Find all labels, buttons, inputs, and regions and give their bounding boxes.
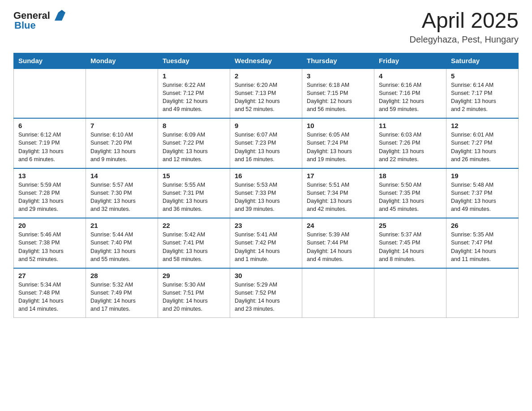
calendar-cell: 3Sunrise: 6:18 AM Sunset: 7:15 PM Daylig…: [302, 68, 374, 119]
calendar-cell: 27Sunrise: 5:34 AM Sunset: 7:48 PM Dayli…: [14, 268, 86, 318]
day-number: 10: [307, 122, 369, 129]
day-number: 21: [90, 222, 153, 229]
calendar-cell: 4Sunrise: 6:16 AM Sunset: 7:16 PM Daylig…: [374, 68, 446, 119]
calendar-cell: [302, 268, 374, 318]
day-info: Sunrise: 6:12 AM Sunset: 7:19 PM Dayligh…: [18, 131, 81, 163]
day-number: 11: [379, 122, 442, 129]
calendar-cell: 23Sunrise: 5:41 AM Sunset: 7:42 PM Dayli…: [230, 218, 302, 268]
day-number: 17: [307, 172, 369, 180]
calendar-week-row: 13Sunrise: 5:59 AM Sunset: 7:28 PM Dayli…: [14, 168, 519, 218]
weekday-header-sunday: Sunday: [14, 53, 86, 68]
calendar-cell: 2Sunrise: 6:20 AM Sunset: 7:13 PM Daylig…: [230, 68, 302, 119]
day-number: 5: [451, 72, 514, 80]
weekday-header-friday: Friday: [374, 53, 446, 68]
day-info: Sunrise: 6:22 AM Sunset: 7:12 PM Dayligh…: [163, 81, 225, 114]
day-info: Sunrise: 6:16 AM Sunset: 7:16 PM Dayligh…: [379, 81, 442, 114]
calendar-cell: 8Sunrise: 6:09 AM Sunset: 7:22 PM Daylig…: [158, 118, 230, 168]
title-block: April 2025 Delegyhaza, Pest, Hungary: [410, 9, 519, 45]
day-number: 23: [235, 222, 297, 229]
day-info: Sunrise: 6:03 AM Sunset: 7:26 PM Dayligh…: [379, 131, 442, 163]
calendar-cell: 30Sunrise: 5:29 AM Sunset: 7:52 PM Dayli…: [230, 268, 302, 318]
calendar-cell: 10Sunrise: 6:05 AM Sunset: 7:24 PM Dayli…: [302, 118, 374, 168]
day-info: Sunrise: 5:55 AM Sunset: 7:31 PM Dayligh…: [163, 181, 225, 214]
day-info: Sunrise: 5:34 AM Sunset: 7:48 PM Dayligh…: [18, 281, 81, 313]
calendar-cell: 12Sunrise: 6:01 AM Sunset: 7:27 PM Dayli…: [446, 118, 519, 168]
calendar-cell: 25Sunrise: 5:37 AM Sunset: 7:45 PM Dayli…: [374, 218, 446, 268]
page-header: General Blue April 2025 Delegyhaza, Pest…: [13, 9, 519, 45]
day-number: 7: [90, 122, 153, 129]
day-info: Sunrise: 5:30 AM Sunset: 7:51 PM Dayligh…: [163, 281, 225, 313]
calendar-cell: 6Sunrise: 6:12 AM Sunset: 7:19 PM Daylig…: [14, 118, 86, 168]
svg-marker-0: [55, 13, 65, 21]
day-number: 25: [379, 222, 442, 229]
calendar-cell: 26Sunrise: 5:35 AM Sunset: 7:47 PM Dayli…: [446, 218, 519, 268]
day-number: 3: [307, 72, 369, 80]
location-title: Delegyhaza, Pest, Hungary: [410, 34, 519, 45]
calendar-week-row: 1Sunrise: 6:22 AM Sunset: 7:12 PM Daylig…: [14, 68, 519, 119]
day-number: 1: [163, 72, 225, 80]
day-info: Sunrise: 6:10 AM Sunset: 7:20 PM Dayligh…: [90, 131, 153, 163]
day-number: 12: [451, 122, 514, 129]
day-info: Sunrise: 5:57 AM Sunset: 7:30 PM Dayligh…: [90, 181, 153, 214]
calendar-cell: 19Sunrise: 5:48 AM Sunset: 7:37 PM Dayli…: [446, 168, 519, 218]
calendar-week-row: 27Sunrise: 5:34 AM Sunset: 7:48 PM Dayli…: [14, 268, 519, 318]
calendar-body: 1Sunrise: 6:22 AM Sunset: 7:12 PM Daylig…: [14, 68, 519, 318]
weekday-header-saturday: Saturday: [446, 53, 519, 68]
day-info: Sunrise: 6:05 AM Sunset: 7:24 PM Dayligh…: [307, 131, 369, 163]
day-info: Sunrise: 5:51 AM Sunset: 7:34 PM Dayligh…: [307, 181, 369, 214]
day-number: 2: [235, 72, 297, 80]
day-number: 26: [451, 222, 514, 229]
calendar-cell: 11Sunrise: 6:03 AM Sunset: 7:26 PM Dayli…: [374, 118, 446, 168]
calendar-header: SundayMondayTuesdayWednesdayThursdayFrid…: [14, 53, 519, 68]
calendar-cell: 28Sunrise: 5:32 AM Sunset: 7:49 PM Dayli…: [86, 268, 158, 318]
calendar-cell: 22Sunrise: 5:42 AM Sunset: 7:41 PM Dayli…: [158, 218, 230, 268]
day-number: 4: [379, 72, 442, 80]
day-info: Sunrise: 6:20 AM Sunset: 7:13 PM Dayligh…: [235, 81, 297, 114]
day-info: Sunrise: 6:07 AM Sunset: 7:23 PM Dayligh…: [235, 131, 297, 163]
day-info: Sunrise: 5:46 AM Sunset: 7:38 PM Dayligh…: [18, 231, 81, 263]
calendar-cell: 7Sunrise: 6:10 AM Sunset: 7:20 PM Daylig…: [86, 118, 158, 168]
month-title: April 2025: [410, 9, 519, 33]
weekday-header-thursday: Thursday: [302, 53, 374, 68]
day-info: Sunrise: 5:42 AM Sunset: 7:41 PM Dayligh…: [163, 231, 225, 263]
calendar-cell: 1Sunrise: 6:22 AM Sunset: 7:12 PM Daylig…: [158, 68, 230, 119]
calendar-cell: 29Sunrise: 5:30 AM Sunset: 7:51 PM Dayli…: [158, 268, 230, 318]
day-info: Sunrise: 5:37 AM Sunset: 7:45 PM Dayligh…: [379, 231, 442, 263]
logo-blue-text: Blue: [14, 20, 36, 31]
day-number: 19: [451, 172, 514, 180]
calendar-cell: 16Sunrise: 5:53 AM Sunset: 7:33 PM Dayli…: [230, 168, 302, 218]
day-number: 24: [307, 222, 369, 229]
day-number: 27: [18, 272, 81, 279]
calendar-cell: 5Sunrise: 6:14 AM Sunset: 7:17 PM Daylig…: [446, 68, 519, 119]
day-number: 6: [18, 122, 81, 129]
day-info: Sunrise: 5:44 AM Sunset: 7:40 PM Dayligh…: [90, 231, 153, 263]
day-info: Sunrise: 5:32 AM Sunset: 7:49 PM Dayligh…: [90, 281, 153, 313]
weekday-header-monday: Monday: [86, 53, 158, 68]
calendar-week-row: 20Sunrise: 5:46 AM Sunset: 7:38 PM Dayli…: [14, 218, 519, 268]
svg-marker-1: [58, 10, 65, 13]
day-info: Sunrise: 5:53 AM Sunset: 7:33 PM Dayligh…: [235, 181, 297, 214]
calendar-cell: 24Sunrise: 5:39 AM Sunset: 7:44 PM Dayli…: [302, 218, 374, 268]
calendar-cell: [446, 268, 519, 318]
calendar-cell: [14, 68, 86, 119]
day-number: 28: [90, 272, 153, 279]
calendar-table: SundayMondayTuesdayWednesdayThursdayFrid…: [13, 53, 519, 318]
logo-icon: [51, 8, 65, 22]
day-info: Sunrise: 6:09 AM Sunset: 7:22 PM Dayligh…: [163, 131, 225, 163]
calendar-cell: 9Sunrise: 6:07 AM Sunset: 7:23 PM Daylig…: [230, 118, 302, 168]
day-info: Sunrise: 6:14 AM Sunset: 7:17 PM Dayligh…: [451, 81, 514, 114]
weekday-header-wednesday: Wednesday: [230, 53, 302, 68]
day-number: 9: [235, 122, 297, 129]
day-info: Sunrise: 5:48 AM Sunset: 7:37 PM Dayligh…: [451, 181, 514, 214]
day-number: 14: [90, 172, 153, 180]
day-info: Sunrise: 5:41 AM Sunset: 7:42 PM Dayligh…: [235, 231, 297, 263]
calendar-cell: 21Sunrise: 5:44 AM Sunset: 7:40 PM Dayli…: [86, 218, 158, 268]
day-number: 30: [235, 272, 297, 279]
day-number: 22: [163, 222, 225, 229]
day-number: 13: [18, 172, 81, 180]
day-number: 18: [379, 172, 442, 180]
day-info: Sunrise: 5:35 AM Sunset: 7:47 PM Dayligh…: [451, 231, 514, 263]
day-number: 8: [163, 122, 225, 129]
day-info: Sunrise: 5:39 AM Sunset: 7:44 PM Dayligh…: [307, 231, 369, 263]
logo: General Blue: [13, 9, 65, 31]
